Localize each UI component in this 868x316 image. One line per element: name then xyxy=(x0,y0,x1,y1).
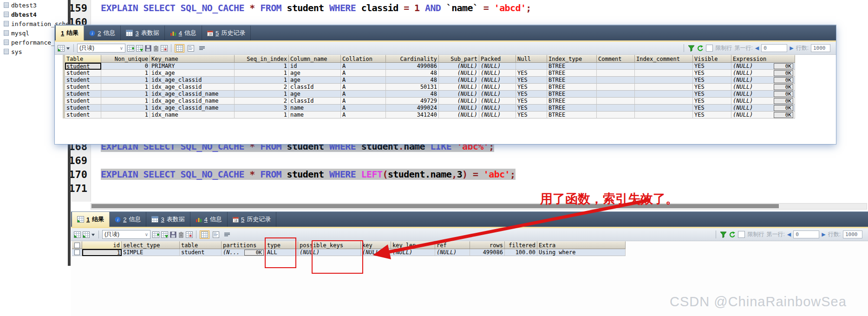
editor-line-159[interactable]: 159EXPLAIN SELECT SQL_NO_CACHE * FROM st… xyxy=(71,1,868,15)
cell-Seq_in_index[interactable]: 1 xyxy=(235,91,289,98)
cell-Cardinality[interactable]: 50131 xyxy=(386,84,439,91)
cell-Packed[interactable]: (NULL) xyxy=(479,91,516,98)
cell-Collation[interactable]: A xyxy=(341,112,386,118)
form-view-toggle[interactable] xyxy=(211,230,221,239)
column-header-Collation[interactable]: Collation xyxy=(341,55,386,63)
cell-Table[interactable]: student xyxy=(65,91,101,98)
tab-1-结果[interactable]: 1结果 xyxy=(72,212,110,227)
cell-Index_comment[interactable] xyxy=(635,112,693,118)
sidebar-item-dbtest4[interactable]: dbtest4 xyxy=(4,10,69,19)
cell-ref[interactable]: (NULL) xyxy=(435,249,470,256)
cell-Seq_in_index[interactable]: 1 xyxy=(235,70,289,77)
readonly-select[interactable]: (只读)∨ xyxy=(102,230,150,239)
cell-Visible[interactable]: YES xyxy=(693,63,731,70)
cell-Seq_in_index[interactable]: 1 xyxy=(235,63,289,70)
cell-Column_name[interactable]: age xyxy=(289,77,341,84)
editor-horizontal-scrollbar[interactable] xyxy=(91,203,867,210)
next-arrow-icon[interactable]: ▶ xyxy=(822,231,825,237)
cell-Index_comment[interactable] xyxy=(635,98,693,105)
tab-3-表数据[interactable]: 3表数据 xyxy=(121,26,164,40)
cell-Expression[interactable]: (NULL)0K xyxy=(731,84,795,91)
cell-Column_name[interactable]: classId xyxy=(289,98,341,105)
blob-size-button[interactable]: 0K xyxy=(774,91,793,97)
cell-Expression[interactable]: (NULL)0K xyxy=(731,112,795,118)
cell-Index_comment[interactable] xyxy=(635,77,693,84)
sidebar-item-dbtest3[interactable]: dbtest3 xyxy=(4,1,69,9)
cell-Key_name[interactable]: idx_age_classid_name xyxy=(150,91,235,98)
column-header-Key_name[interactable]: Key_name xyxy=(150,55,235,63)
cell-Sub_part[interactable]: (NULL) xyxy=(439,84,479,91)
cell-Index_type[interactable]: BTREE xyxy=(547,84,597,91)
cell-Index_comment[interactable] xyxy=(635,70,693,77)
cell-Sub_part[interactable]: (NULL) xyxy=(439,70,479,77)
cell-Expression[interactable]: (NULL)0K xyxy=(731,63,795,70)
cell-Table[interactable]: student xyxy=(65,105,101,112)
tab-2-信息[interactable]: i2信息 xyxy=(110,212,146,227)
cell-checkbox[interactable] xyxy=(72,249,82,256)
cell-Collation[interactable]: A xyxy=(341,70,386,77)
cell-Index_type[interactable]: BTREE xyxy=(547,70,597,77)
cell-Expression[interactable]: (NULL)0K xyxy=(731,91,795,98)
cell-Cardinality[interactable]: 48 xyxy=(386,77,439,84)
cell-Packed[interactable]: (NULL) xyxy=(479,105,516,112)
cell-Packed[interactable]: (NULL) xyxy=(479,70,516,77)
cell-Key_name[interactable]: idx_name xyxy=(150,112,235,118)
header-checkbox[interactable] xyxy=(74,243,80,248)
cell-Cardinality[interactable]: 341240 xyxy=(386,112,439,118)
cell-Non_unique[interactable]: 0 xyxy=(101,63,150,70)
cell-Null[interactable]: YES xyxy=(516,105,547,112)
cell-Packed[interactable]: (NULL) xyxy=(479,84,516,91)
cell-Column_name[interactable]: name xyxy=(289,112,341,118)
cell-Index_comment[interactable] xyxy=(635,105,693,112)
limit-rows-checkbox[interactable] xyxy=(738,231,745,238)
row-count-value[interactable]: 1000 xyxy=(843,230,862,238)
grid-view-toggle[interactable] xyxy=(175,44,184,53)
blob-size-button[interactable]: 0K xyxy=(244,250,264,256)
column-header-id[interactable]: id xyxy=(82,241,122,249)
column-header-ref[interactable]: ref xyxy=(435,241,470,249)
insert-row-icon[interactable] xyxy=(161,231,168,238)
cell-key_len[interactable]: (NULL) xyxy=(391,249,435,256)
save-changes-icon[interactable] xyxy=(170,231,176,238)
cell-Collation[interactable]: A xyxy=(341,98,386,105)
cell-Seq_in_index[interactable]: 2 xyxy=(235,84,289,91)
cell-Collation[interactable]: A xyxy=(341,105,386,112)
cell-Cardinality[interactable]: 48 xyxy=(386,91,439,98)
result-grid-icon[interactable] xyxy=(58,45,65,52)
cell-id[interactable]: 1 xyxy=(82,249,122,256)
cell-Comment[interactable] xyxy=(597,98,635,105)
tab-4-信息[interactable]: 4信息 xyxy=(165,26,202,40)
cell-Comment[interactable] xyxy=(597,77,635,84)
cell-Key_name[interactable]: idx_age_classid_name xyxy=(150,98,235,105)
cell-Non_unique[interactable]: 1 xyxy=(101,91,150,98)
next-arrow-icon[interactable]: ▶ xyxy=(790,45,793,51)
save-changes-icon[interactable] xyxy=(145,45,151,52)
tab-2-信息[interactable]: i2信息 xyxy=(84,26,121,40)
cancel-changes-icon[interactable]: × xyxy=(161,45,168,52)
column-header-Packed[interactable]: Packed xyxy=(479,55,516,63)
column-header-checkbox[interactable] xyxy=(72,241,82,249)
cell-Null[interactable] xyxy=(516,63,547,70)
text-view-toggle[interactable] xyxy=(222,230,232,239)
cell-Packed[interactable]: (NULL) xyxy=(479,98,516,105)
limit-rows-checkbox[interactable] xyxy=(706,45,713,52)
grid-menu-icon[interactable] xyxy=(66,45,70,52)
cell-Expression[interactable]: (NULL)0K xyxy=(731,70,795,77)
tab-3-表数据[interactable]: 3表数据 xyxy=(146,212,190,227)
cell-Seq_in_index[interactable]: 2 xyxy=(235,98,289,105)
cell-Table[interactable]: student xyxy=(65,63,101,70)
cell-Key_name[interactable]: idx_age_classid xyxy=(150,77,235,84)
cell-Index_type[interactable]: BTREE xyxy=(547,77,597,84)
cell-Comment[interactable] xyxy=(597,91,635,98)
cell-Null[interactable]: YES xyxy=(516,112,547,118)
blob-size-button[interactable]: 0K xyxy=(774,77,793,83)
cell-Visible[interactable]: YES xyxy=(693,98,731,105)
cell-Index_type[interactable]: BTREE xyxy=(547,105,597,112)
first-row-value[interactable]: 0 xyxy=(761,44,787,52)
cell-key[interactable]: (NULL) xyxy=(361,249,391,256)
column-header-rows[interactable]: rows xyxy=(470,241,505,249)
readonly-select[interactable]: (只读)∨ xyxy=(77,44,125,53)
column-header-Null[interactable]: Null xyxy=(516,55,547,63)
cell-Sub_part[interactable]: (NULL) xyxy=(439,98,479,105)
blob-size-button[interactable]: 0K xyxy=(774,63,793,69)
